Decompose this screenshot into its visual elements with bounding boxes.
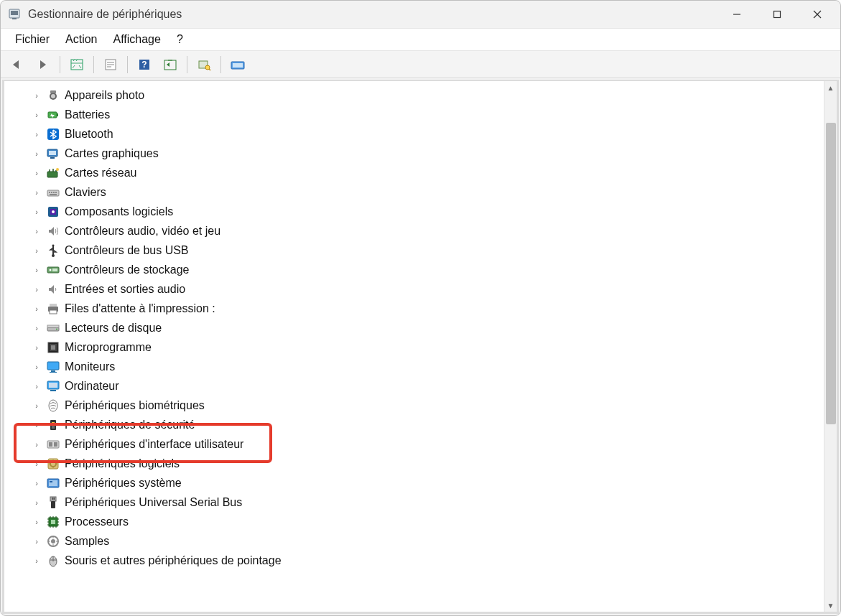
- close-button[interactable]: [797, 1, 837, 27]
- biometric-icon: [46, 398, 60, 413]
- svg-rect-46: [50, 304, 57, 307]
- svg-rect-35: [55, 192, 57, 193]
- menu-help[interactable]: ?: [169, 30, 190, 49]
- svg-rect-71: [50, 481, 52, 482]
- expander-icon[interactable]: ›: [32, 381, 42, 391]
- svg-rect-36: [50, 194, 57, 195]
- svg-marker-41: [52, 244, 55, 246]
- svg-rect-63: [52, 426, 55, 429]
- tree-node[interactable]: ›Périphériques logiciels: [14, 454, 824, 473]
- properties-icon[interactable]: [98, 55, 123, 75]
- scroll-up-icon[interactable]: ▲: [824, 81, 837, 94]
- expander-icon[interactable]: ›: [32, 439, 42, 449]
- svg-rect-65: [49, 442, 52, 447]
- tree-node-label: Composants logiciels: [65, 205, 173, 218]
- expander-icon[interactable]: ›: [32, 110, 42, 120]
- tree-node[interactable]: ›Bluetooth: [14, 124, 824, 144]
- expander-icon[interactable]: ›: [32, 536, 42, 546]
- expander-icon[interactable]: ›: [32, 304, 42, 314]
- expander-icon[interactable]: ›: [32, 556, 42, 566]
- nav-forward-icon[interactable]: [31, 55, 55, 75]
- tree-node-label: Ordinateur: [65, 380, 119, 393]
- tree-node[interactable]: ›Périphériques de sécurité: [14, 415, 824, 434]
- svg-rect-66: [54, 442, 57, 447]
- expander-icon[interactable]: ›: [32, 517, 42, 527]
- svg-rect-44: [52, 269, 57, 271]
- expander-icon[interactable]: ›: [32, 168, 42, 178]
- tree-node[interactable]: ›Périphériques biométriques: [14, 396, 824, 415]
- tree-node[interactable]: ›Claviers: [14, 182, 824, 202]
- refresh-icon[interactable]: [158, 55, 182, 75]
- tree-node[interactable]: ›Souris et autres périphériques de point…: [14, 551, 824, 570]
- expander-icon[interactable]: ›: [32, 187, 42, 197]
- tree-node[interactable]: ›Contrôleurs de stockage: [14, 260, 824, 279]
- window-title: Gestionnaire de périphériques: [28, 8, 182, 21]
- nav-back-icon[interactable]: [5, 55, 29, 75]
- expander-icon[interactable]: ›: [32, 459, 42, 469]
- expander-icon[interactable]: ›: [32, 265, 42, 275]
- tree-node[interactable]: ›Batteries: [14, 105, 824, 124]
- security-icon: [46, 418, 60, 432]
- tree-node[interactable]: ›Ordinateur: [14, 376, 824, 396]
- menu-fichier[interactable]: Fichier: [8, 30, 57, 49]
- tree-node[interactable]: ›Moniteurs: [14, 357, 824, 376]
- maximize-button[interactable]: [757, 1, 797, 27]
- device-tree[interactable]: ›Appareils photo›Batteries›Bluetooth›Car…: [4, 81, 824, 612]
- tree-node[interactable]: ›Microprogramme: [14, 337, 824, 357]
- firmware-icon: [46, 340, 60, 355]
- tree-node[interactable]: ›Processeurs: [14, 512, 824, 531]
- scroll-track[interactable]: [824, 94, 837, 599]
- toolbar: ?: [1, 51, 840, 78]
- expander-icon[interactable]: ›: [32, 401, 42, 411]
- expander-icon[interactable]: ›: [32, 478, 42, 488]
- expander-icon[interactable]: ›: [32, 342, 42, 353]
- scroll-thumb[interactable]: [826, 123, 836, 424]
- tree-node-label: Périphériques Universal Serial Bus: [65, 496, 242, 509]
- tree-node[interactable]: ›Cartes graphiques: [14, 144, 824, 163]
- menu-action[interactable]: Action: [58, 30, 104, 49]
- svg-rect-53: [51, 345, 55, 350]
- tree-node[interactable]: ›Appareils photo: [14, 85, 824, 105]
- tree-node-label: Contrôleurs de bus USB: [65, 244, 189, 257]
- expander-icon[interactable]: ›: [32, 246, 42, 256]
- expander-icon[interactable]: ›: [32, 498, 42, 508]
- software-component-icon: [46, 205, 60, 219]
- vertical-scrollbar[interactable]: ▲ ▼: [824, 81, 837, 612]
- add-legacy-icon[interactable]: [226, 55, 250, 75]
- expander-icon[interactable]: ›: [32, 90, 42, 101]
- tree-node[interactable]: ›Périphériques système: [14, 473, 824, 493]
- scan-hardware-icon[interactable]: [192, 55, 216, 75]
- expander-icon[interactable]: ›: [32, 207, 42, 217]
- tree-node-label: Souris et autres périphériques de pointa…: [65, 554, 282, 567]
- expander-icon[interactable]: ›: [32, 129, 42, 139]
- tree-node[interactable]: ›Samples: [14, 531, 824, 551]
- expander-icon[interactable]: ›: [32, 284, 42, 294]
- svg-point-39: [52, 210, 55, 213]
- tree-node[interactable]: ›Cartes réseau: [14, 163, 824, 182]
- svg-rect-58: [49, 383, 57, 388]
- tree-node[interactable]: ›Entrées et sorties audio: [14, 279, 824, 299]
- help-icon[interactable]: ?: [132, 55, 157, 75]
- tree-node[interactable]: ›Périphériques d'interface utilisateur: [14, 434, 824, 454]
- expander-icon[interactable]: ›: [32, 362, 42, 372]
- expander-icon[interactable]: ›: [32, 149, 42, 159]
- scroll-down-icon[interactable]: ▼: [824, 599, 837, 612]
- tree-node-label: Claviers: [65, 186, 106, 199]
- expander-icon[interactable]: ›: [32, 323, 42, 333]
- tree-node[interactable]: ›Files d'attente à l'impression :: [14, 299, 824, 318]
- mouse-icon: [46, 554, 60, 568]
- menu-affichage[interactable]: Affichage: [106, 30, 167, 49]
- tree-node-label: Files d'attente à l'impression :: [65, 302, 215, 315]
- tree-node[interactable]: ›Périphériques Universal Serial Bus: [14, 493, 824, 512]
- tree-node[interactable]: ›Composants logiciels: [14, 202, 824, 221]
- expander-icon[interactable]: ›: [32, 226, 42, 236]
- toolbar-separator: [220, 56, 221, 73]
- tree-node[interactable]: ›Lecteurs de disque: [14, 318, 824, 337]
- show-hidden-icon[interactable]: [65, 55, 89, 75]
- minimize-button[interactable]: [717, 1, 757, 27]
- keyboard-icon: [46, 185, 60, 200]
- expander-icon[interactable]: ›: [32, 420, 42, 430]
- network-adapter-icon: [46, 166, 60, 180]
- tree-node[interactable]: ›Contrôleurs de bus USB: [14, 241, 824, 260]
- tree-node[interactable]: ›Contrôleurs audio, vidéo et jeu: [14, 221, 824, 241]
